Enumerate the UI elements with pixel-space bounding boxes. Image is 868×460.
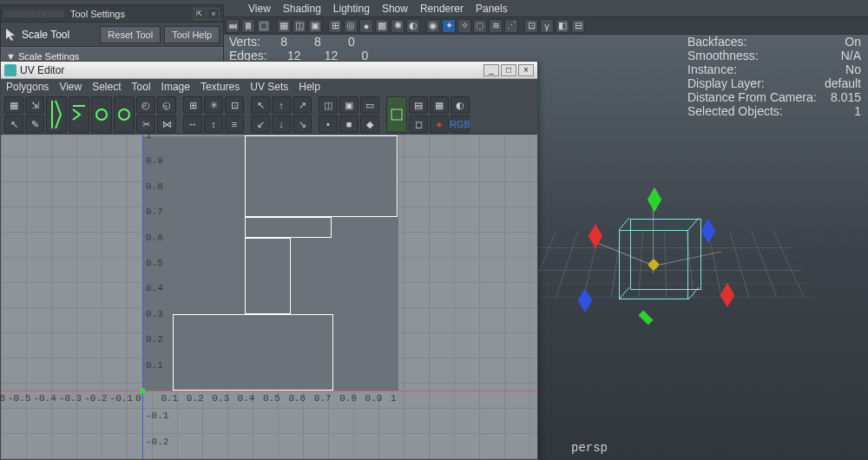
viewport-menu-panels[interactable]: Panels — [476, 3, 508, 15]
lights-icon[interactable]: ✺ — [391, 19, 404, 33]
uv-align-v-icon[interactable]: ↕ — [204, 115, 223, 133]
bookmark-icon[interactable] — [241, 19, 255, 33]
uv-snap-icon[interactable]: ✳ — [204, 96, 223, 114]
uv-align-tl-icon[interactable]: ↖ — [251, 96, 270, 114]
uv-rgb-icon[interactable]: RGB — [450, 115, 470, 133]
uv-shade-icon[interactable]: ◐ — [450, 96, 470, 114]
viewport-menu-shading[interactable]: Shading — [283, 3, 321, 15]
uv-grid-icon[interactable]: ⊞ — [183, 96, 202, 114]
uv-canvas[interactable]: -0.6-0.5-0.4-0.3-0.2-0.100.10.20.30.40.5… — [1, 135, 537, 459]
uv-edge-icon[interactable]: ▭ — [360, 96, 379, 114]
uv-center-icon[interactable]: ⊡ — [225, 96, 244, 114]
uv-x-tick: 0.6 — [288, 393, 306, 404]
viewport-3d[interactable] — [510, 139, 823, 382]
shaded-icon[interactable]: ● — [359, 19, 373, 33]
uv-menu-select[interactable]: Select — [92, 81, 121, 93]
undock-icon[interactable]: ⇱ — [194, 8, 206, 20]
maximize-icon[interactable]: □ — [501, 64, 516, 76]
grid-icon[interactable]: ⊞ — [328, 19, 342, 33]
viewport-menu-renderer[interactable]: Renderer — [420, 3, 464, 15]
close-icon[interactable]: × — [518, 64, 534, 76]
uv-menu-image[interactable]: Image — [161, 81, 190, 93]
uv-y-tick: 0.2 — [146, 334, 163, 345]
uv-image-toggle-icon[interactable] — [386, 96, 407, 133]
gamma-icon[interactable]: γ — [540, 19, 554, 33]
uv-shell[interactable] — [245, 217, 332, 238]
uv-shell-icon[interactable]: ▣ — [339, 96, 358, 114]
color-icon[interactable]: ◧ — [556, 19, 569, 33]
motion-blur-icon[interactable]: ≋ — [489, 19, 503, 33]
uv-menu-tool[interactable]: Tool — [132, 81, 151, 93]
uv-x-tick: -0.6 — [0, 393, 5, 404]
uv-menu-view[interactable]: View — [59, 81, 82, 93]
uv-shell[interactable] — [245, 238, 291, 314]
aa-icon[interactable]: ⋰ — [504, 19, 518, 33]
uv-component-icon[interactable]: ◫ — [319, 96, 338, 114]
uv-vertex-icon[interactable]: • — [319, 115, 338, 133]
viewport-menu-view[interactable]: View — [248, 3, 271, 15]
viewport-menu-show[interactable]: Show — [382, 3, 408, 15]
minimize-icon[interactable]: _ — [483, 64, 499, 76]
uv-editor-titlebar[interactable]: UV Editor _ □ × — [1, 62, 537, 79]
textured-icon[interactable]: ▩ — [375, 19, 389, 33]
uv-rotate-cw-icon[interactable] — [114, 96, 135, 133]
svg-rect-0 — [229, 24, 234, 29]
xray-icon[interactable]: ✦ — [442, 19, 456, 33]
wireframe-icon[interactable]: ◎ — [344, 19, 358, 33]
uv-flip-u-icon[interactable] — [46, 96, 67, 133]
tool-help-button[interactable]: Tool Help — [164, 26, 220, 43]
uv-shell[interactable] — [173, 314, 333, 391]
uv-wireframe-icon[interactable]: ◻ — [409, 115, 428, 133]
uv-align-t-icon[interactable]: ↑ — [272, 96, 291, 114]
svg-line-3 — [619, 218, 629, 230]
drag-grip[interactable] — [4, 10, 65, 17]
uv-shell[interactable] — [245, 135, 398, 217]
panel-title: Tool Settings — [70, 9, 125, 19]
expose-icon[interactable]: ⊡ — [524, 19, 538, 33]
uv-lattice-icon[interactable]: ▦ — [4, 96, 23, 114]
viewport-toolbar: ▦ ◫ ▣ ⊞ ◎ ● ▩ ✺ ◐ ◉ ✦ ✧ ◌ ≋ ⋰ ⊡ γ ◧ ⊟ — [224, 17, 868, 35]
uv-smudge-icon[interactable]: ✎ — [25, 115, 44, 133]
uv-menu-uvsets[interactable]: UV Sets — [250, 81, 288, 93]
uv-align-tr-icon[interactable]: ↗ — [293, 96, 312, 114]
film-gate-icon[interactable]: ▦ — [277, 19, 291, 33]
scale-handle-y[interactable] — [648, 187, 662, 213]
image-plane-icon[interactable] — [257, 19, 271, 33]
uv-align-bl-icon[interactable]: ↙ — [251, 115, 270, 133]
scale-handle-neg-y[interactable] — [639, 311, 654, 325]
select-camera-icon[interactable] — [226, 19, 240, 33]
shadow-icon[interactable]: ◐ — [406, 19, 420, 33]
uv-face-icon[interactable]: ■ — [339, 115, 358, 133]
ao-icon[interactable]: ◌ — [473, 19, 487, 33]
uv-menu-textures[interactable]: Textures — [201, 81, 240, 93]
uv-distribute-icon[interactable]: ≡ — [225, 115, 244, 133]
uv-checker-icon[interactable]: ▦ — [430, 96, 449, 114]
uv-rotate-ccw-icon[interactable] — [91, 96, 112, 133]
uv-y-tick: 0.4 — [146, 283, 163, 293]
reset-tool-button[interactable]: Reset Tool — [100, 26, 161, 43]
uv-uv-icon[interactable]: ◆ — [360, 115, 379, 133]
uv-x-tick: 0.7 — [314, 393, 332, 404]
uv-flip-v-icon[interactable] — [69, 96, 89, 133]
tool-settings-titlebar[interactable]: Tool Settings ⇱ × — [1, 5, 223, 23]
viewport-menu-lighting[interactable]: Lighting — [333, 3, 370, 15]
uv-movesew-icon[interactable]: ⇲ — [25, 96, 44, 114]
uv-align-br-icon[interactable]: ↘ — [293, 115, 312, 133]
uv-layout-icon[interactable]: ◴ — [136, 96, 155, 114]
isolate-icon[interactable]: ◉ — [426, 19, 440, 33]
uv-distortion-r-icon[interactable]: ● — [430, 115, 449, 133]
resolution-gate-icon[interactable]: ◫ — [293, 19, 306, 33]
tool-row: Scale Tool Reset Tool Tool Help — [1, 23, 223, 47]
uv-select-icon[interactable]: ↖ — [4, 115, 23, 133]
gate-mask-icon[interactable]: ▣ — [308, 19, 322, 33]
uv-align-u-icon[interactable]: ↔ — [183, 115, 202, 133]
uv-menu-polygons[interactable]: Polygons — [6, 81, 49, 93]
uv-menu-help[interactable]: Help — [299, 81, 320, 93]
panel-layout-icon[interactable]: ⊟ — [571, 19, 585, 33]
uv-unfold-icon[interactable]: ◵ — [157, 96, 176, 114]
xray-joint-icon[interactable]: ✧ — [457, 19, 471, 33]
uv-dim-icon[interactable]: ▤ — [409, 96, 428, 114]
uv-align-b-icon[interactable]: ↓ — [272, 115, 291, 133]
uv-sew-icon[interactable]: ⋈ — [157, 115, 176, 133]
close-icon[interactable]: × — [207, 8, 220, 20]
